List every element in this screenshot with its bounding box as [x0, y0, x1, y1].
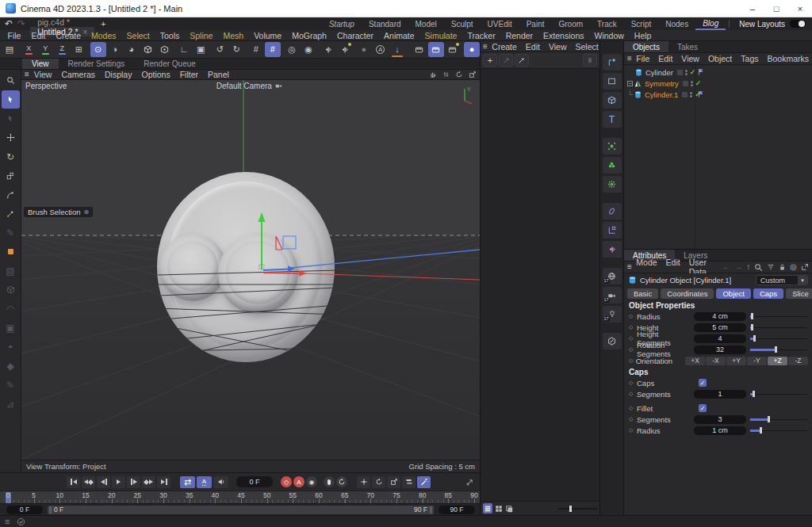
up-icon[interactable]: ↑ — [746, 263, 750, 271]
key-diamond-icon[interactable]: ◇ — [629, 391, 637, 397]
material-menu-select[interactable]: Select — [571, 42, 603, 52]
record-keyframe-button[interactable]: ◇ — [281, 476, 292, 487]
grid-view-icon[interactable] — [494, 503, 504, 514]
om-menu-view[interactable]: View — [677, 54, 704, 63]
material-menu-view[interactable]: View — [544, 42, 571, 52]
solo-animation-button[interactable] — [417, 476, 431, 488]
mesh-tool-2-button[interactable] — [2, 281, 20, 299]
menu-extensions[interactable]: Extensions — [538, 31, 589, 40]
autokey-button[interactable]: A — [293, 476, 304, 487]
menu-select[interactable]: Select — [121, 31, 155, 40]
viewport-menu-options[interactable]: Options — [136, 70, 174, 79]
material-ball-button[interactable]: ● — [464, 42, 480, 57]
value-slider[interactable] — [750, 426, 807, 434]
section-tab-caps[interactable]: Caps — [753, 288, 783, 299]
brush-selection-tool-button[interactable] — [2, 90, 20, 109]
tab-view[interactable]: View — [22, 59, 59, 69]
bridge-tool-button[interactable]: ◠ — [2, 300, 20, 318]
key-diamond-icon[interactable]: ◇ — [629, 416, 637, 422]
menu-window[interactable]: Window — [589, 31, 629, 40]
checkbox-caps[interactable]: ✓ — [699, 379, 707, 387]
light-object-button[interactable]: 17 — [603, 306, 622, 323]
sculpt-pull-tool-button[interactable] — [2, 204, 20, 223]
status-menu-icon[interactable]: ≡ — [5, 517, 10, 526]
search-icon[interactable] — [754, 263, 763, 272]
object-row-symmetry[interactable]: −Symmetry✓ — [624, 78, 812, 89]
back-icon[interactable]: ← — [722, 263, 730, 271]
key-diamond-icon[interactable]: ◇ — [629, 335, 637, 342]
menu-mograph[interactable]: MoGraph — [287, 31, 332, 40]
tab-takes[interactable]: Takes — [668, 41, 707, 52]
layout-tab-uvedit[interactable]: UVEdit — [481, 17, 519, 30]
filter-icon[interactable] — [767, 263, 775, 271]
previous-key-button[interactable] — [82, 476, 95, 488]
value-field[interactable]: 32 — [694, 346, 746, 354]
enable-check-icon[interactable]: ✓ — [695, 79, 702, 87]
close-button[interactable]: × — [788, 0, 812, 17]
cube-primitive-button[interactable] — [603, 92, 622, 109]
record-position-button[interactable] — [324, 476, 335, 487]
orientation-minus-z[interactable]: -Z — [788, 357, 808, 365]
set-point-value-button[interactable] — [2, 242, 20, 261]
spline-pen-tool-button[interactable] — [2, 185, 20, 204]
orientation-minus-x[interactable]: -X — [706, 357, 726, 365]
layout-tab-track[interactable]: Track — [590, 17, 624, 30]
om-menu-file[interactable]: File — [632, 54, 654, 63]
maximize-view-icon[interactable] — [469, 71, 477, 78]
record-rotation-button[interactable] — [336, 476, 347, 487]
viewport-menu-filter[interactable]: Filter — [175, 70, 203, 79]
section-tab-coordinates[interactable]: Coordinates — [661, 288, 714, 299]
menu-character[interactable]: Character — [331, 31, 378, 40]
menu-render[interactable]: Render — [500, 31, 538, 40]
menu-animate[interactable]: Animate — [379, 31, 420, 40]
menu-tracker[interactable]: Tracker — [462, 31, 500, 40]
render-settings-button[interactable] — [445, 42, 461, 57]
go-to-end-button[interactable] — [157, 476, 170, 488]
layout-tab-startup[interactable]: Startup — [322, 17, 362, 30]
section-tab-basic[interactable]: Basic — [627, 288, 658, 299]
spline-primitive-button[interactable] — [603, 54, 622, 71]
layer-toggle[interactable] — [677, 70, 683, 75]
lock-y-axis-button[interactable]: Y — [37, 42, 53, 57]
fracture-button[interactable] — [603, 157, 622, 174]
value-slider[interactable] — [750, 312, 807, 320]
workplane-button[interactable]: ⊞ — [71, 42, 86, 57]
layer-toggle[interactable] — [683, 81, 688, 86]
tab-render-queue[interactable]: Render Queue — [134, 59, 205, 69]
deformer-bend-button[interactable] — [603, 203, 622, 220]
pan-hand-icon[interactable] — [429, 71, 437, 78]
camera-menu-icon[interactable] — [275, 82, 282, 90]
grid-button[interactable]: # — [248, 42, 264, 57]
tool-hint-options-icon[interactable]: ⊕ — [84, 209, 90, 216]
axis-modify-button[interactable]: ∟ — [176, 42, 192, 57]
visibility-dots[interactable] — [690, 92, 692, 97]
fwd-icon[interactable]: → — [734, 263, 742, 271]
add-material-button[interactable]: + — [483, 54, 497, 67]
timeline-range-slider[interactable]: 0 F 90 F — [48, 506, 434, 514]
section-tab-object[interactable]: Object — [716, 288, 750, 299]
key-diamond-icon[interactable]: ◇ — [629, 346, 637, 353]
zoom-tool-button[interactable] — [2, 71, 20, 90]
auto-center-button[interactable]: A — [373, 42, 389, 57]
axis-sphere-button[interactable]: ● — [356, 42, 372, 57]
om-menu-tags[interactable]: Tags — [737, 54, 763, 63]
layout-tab-standard[interactable]: Standard — [362, 17, 408, 30]
new-document-tab-button[interactable]: + — [94, 17, 112, 30]
menu-edit[interactable]: Edit — [26, 31, 51, 40]
menu-create[interactable]: Create — [51, 31, 86, 40]
object-name[interactable]: Cylinder.1 — [645, 90, 678, 99]
move-tool-button[interactable] — [2, 128, 20, 147]
om-menu-edit[interactable]: Edit — [654, 54, 677, 63]
viewport-canvas[interactable]: Perspective Default Camera Y Brush — [21, 80, 480, 460]
list-view-icon[interactable] — [483, 503, 492, 514]
undo-icon[interactable]: ↶ — [5, 19, 13, 29]
menu-mesh[interactable]: Mesh — [218, 31, 249, 40]
value-field[interactable]: 4 cm — [694, 312, 746, 321]
cylinder1-mirrored[interactable] — [159, 235, 226, 301]
checkbox-fillet[interactable]: ✓ — [699, 404, 707, 412]
visibility-dots[interactable] — [685, 70, 688, 75]
record-point-level-button[interactable] — [357, 476, 370, 488]
orientation-plusminus-y[interactable]: +Y — [726, 357, 746, 365]
menu-file[interactable]: File — [2, 31, 26, 40]
menu-help[interactable]: Help — [629, 31, 657, 40]
